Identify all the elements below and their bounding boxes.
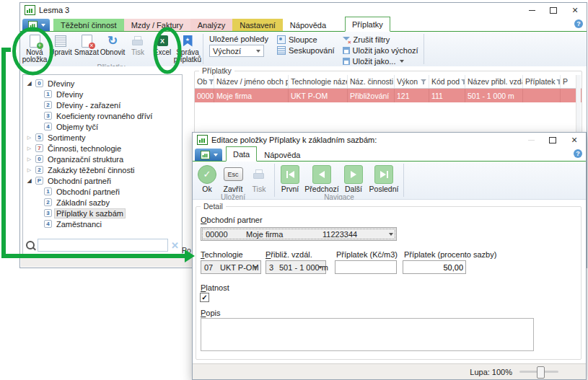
expander-icon[interactable]	[26, 146, 32, 151]
tab-tezebni-cinnost[interactable]: Těžební činnost	[53, 19, 124, 31]
tree-badge: 4	[44, 220, 52, 228]
tree-item-zamestnanci[interactable]: 4 Zaměstnanci	[23, 218, 182, 229]
technology-label: Technologie	[201, 250, 243, 259]
column-header[interactable]: Název přibl. vzdál.	[465, 75, 523, 88]
ok-button[interactable]: Ok	[194, 163, 220, 193]
tree-item-obchodni-partneri-group[interactable]: P Obchodní partneři	[23, 175, 182, 186]
table-row-selected[interactable]: 00000 Moje firma UKT P-OM Přibližování 1…	[195, 89, 582, 102]
last-record-button[interactable]: Poslední	[367, 163, 401, 193]
description-textarea[interactable]	[201, 318, 534, 351]
help-icon[interactable]: ?	[574, 19, 583, 28]
tab-mzdy-faktury[interactable]: Mzdy / Faktury	[124, 19, 190, 31]
maximize-button[interactable]	[545, 135, 560, 145]
saved-views-select[interactable]: Výchozí	[209, 45, 264, 57]
column-header[interactable]: P	[561, 75, 576, 88]
technology-select[interactable]: 07 UKT P-OM	[201, 260, 261, 274]
tree-item-organizacni[interactable]: 0 Organizační struktura	[23, 154, 182, 164]
partner-select[interactable]: 00000 Moje firma 11223344	[201, 227, 397, 241]
grid-header-row: Ob Název / jméno obch par. Technologie n…	[195, 75, 582, 89]
save-as-button[interactable]: Uložit jako...	[343, 56, 418, 66]
expander-icon[interactable]	[26, 156, 32, 162]
app-logo-icon	[197, 135, 208, 145]
chevron-down-icon	[318, 266, 322, 269]
expander-icon[interactable]	[26, 135, 32, 141]
close-button[interactable]: ×	[567, 135, 582, 145]
window-title: Lesma 3	[39, 6, 69, 14]
app-menu-button[interactable]	[22, 19, 50, 31]
tree-item-dreviny-zarazeni[interactable]: 2 Dřeviny - zařazení	[23, 100, 182, 110]
tree-item-objemy-tyci[interactable]: 4 Objemy tyčí	[23, 121, 182, 132]
app-menu-button[interactable]	[195, 149, 222, 161]
grouping-toggle[interactable]: Seskupování	[277, 45, 335, 56]
ribbon-separator	[424, 34, 424, 64]
clear-filters-button[interactable]: Zrušit filtry	[343, 35, 418, 45]
help-icon[interactable]: ?	[574, 149, 582, 158]
next-record-button[interactable]: Další	[341, 163, 367, 193]
tree-search: ✕	[23, 238, 182, 252]
percent-input[interactable]	[403, 260, 466, 274]
tab-napoveda[interactable]: Nápověda	[257, 149, 307, 161]
tree-item-sortimenty[interactable]: 5 Sortimenty	[23, 132, 182, 143]
minimize-button[interactable]	[525, 5, 539, 15]
print-button: Tisk	[246, 163, 272, 193]
search-icon	[26, 241, 35, 249]
zoom-slider-thumb[interactable]	[537, 366, 545, 379]
save-icon	[343, 47, 350, 54]
saved-views-label: Uložené pohledy	[209, 35, 268, 43]
tab-napoveda[interactable]: Nápověda	[283, 19, 333, 31]
new-item-button[interactable]: Nová položka	[22, 33, 48, 63]
navigation-tree: 0 Dřeviny 1 Dřeviny 2 Dřeviny - zařazení…	[22, 74, 183, 255]
tree-badge: 2	[35, 166, 43, 174]
tree-item-zakladni-sazby[interactable]: 2 Základní sazby	[23, 197, 182, 208]
delete-icon	[82, 35, 92, 48]
tree-item-obchodni-partneri[interactable]: 1 Obchodní partneři	[23, 186, 182, 197]
column-header[interactable]: Ob	[195, 75, 214, 88]
zoom-slider[interactable]	[519, 371, 558, 373]
column-header[interactable]: Kód pod	[429, 75, 465, 88]
tree-badge: P	[35, 177, 43, 185]
column-header[interactable]: Název / jméno obch par.	[214, 75, 289, 88]
column-header[interactable]: Výkon	[395, 75, 429, 88]
expander-icon[interactable]	[26, 177, 32, 184]
tree-item-dreviny[interactable]: 1 Dřeviny	[23, 89, 182, 100]
new-document-icon	[30, 35, 40, 48]
save-as-default-button[interactable]: Uložit jako výchozí	[343, 45, 418, 56]
tab-analyzy[interactable]: Analýzy	[190, 19, 233, 31]
tree-item-priplatky-k-sazbam[interactable]: 3 Příplatky k sazbám	[23, 208, 182, 218]
search-input[interactable]	[38, 239, 168, 252]
tree-item-dreviny-group[interactable]: 0 Dřeviny	[23, 78, 182, 89]
filter-icon[interactable]	[421, 79, 426, 85]
maximize-button[interactable]	[546, 5, 561, 15]
tab-nastaveni[interactable]: Nastavení	[232, 19, 283, 31]
column-header[interactable]: Náz. činnosti	[348, 75, 395, 88]
surcharge-input[interactable]	[335, 260, 397, 274]
columns-toggle[interactable]: Sloupce	[277, 35, 335, 45]
filter-icon[interactable]	[209, 79, 214, 85]
distance-select[interactable]: 3 501 - 1 000 m	[266, 260, 326, 274]
first-record-button[interactable]: První	[277, 163, 303, 193]
tree-item-zakazky[interactable]: 2 Zakázky těžební činnosti	[23, 164, 182, 175]
grid-group-label: Příplatky	[199, 66, 234, 75]
validity-checkbox[interactable]	[200, 293, 209, 302]
close-button[interactable]: ×	[568, 5, 582, 15]
close-dialog-button[interactable]: Esc Zavřít	[220, 163, 246, 193]
tab-data[interactable]: Data	[226, 146, 257, 162]
expander-icon[interactable]	[26, 80, 32, 87]
expander-icon[interactable]	[26, 167, 32, 173]
excel-button[interactable]: Excel	[150, 33, 175, 56]
previous-record-button[interactable]: Předchozí	[303, 163, 341, 193]
dialog-title: Editace položky Příplatky k základním sa…	[211, 136, 377, 144]
tree-badge: 3	[44, 209, 52, 217]
column-header[interactable]: Technologie název	[289, 75, 348, 88]
dialog-ribbon: Ok Esc Zavřít Tisk Uložení První	[193, 162, 586, 200]
refresh-button[interactable]: Obnovit	[100, 33, 126, 56]
column-header[interactable]: Příplatek	[523, 75, 561, 88]
tab-priplatky[interactable]: Příplatky	[345, 17, 390, 32]
edit-button[interactable]: Upravit	[48, 33, 74, 56]
tree-item-koeficienty[interactable]: 3 Koeficienty rovnaného dříví	[23, 110, 182, 121]
tree-item-cinnosti[interactable]: 7 Činnosti, technologie	[23, 143, 182, 154]
clear-search-icon[interactable]: ✕	[171, 241, 179, 250]
delete-button[interactable]: Smazat	[74, 33, 100, 56]
tree-badge: 2	[44, 198, 52, 206]
manage-surcharges-button[interactable]: Správa příplatků	[175, 33, 201, 63]
